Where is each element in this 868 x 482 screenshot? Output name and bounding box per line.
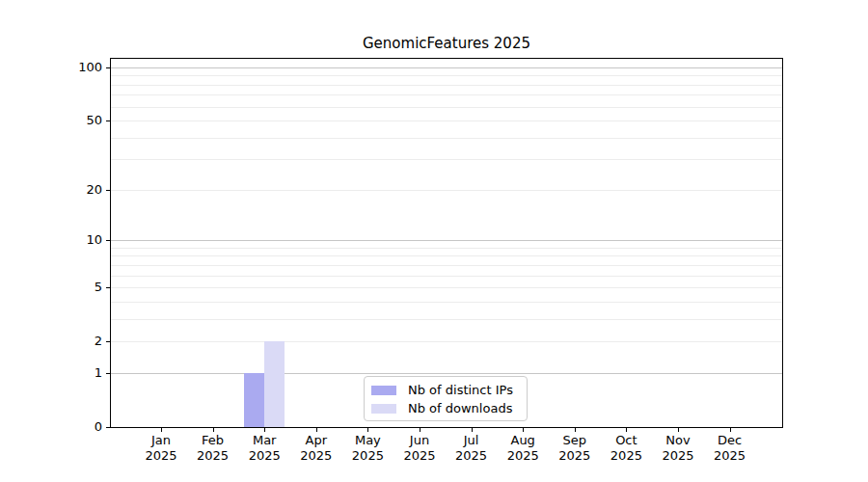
- y-tick-mark: [106, 287, 110, 288]
- legend-row: Nb of distinct IPs: [371, 381, 527, 399]
- y-tick-mark: [106, 373, 110, 374]
- minor-gridline: [111, 190, 782, 191]
- y-tick-mark: [106, 190, 110, 191]
- y-tick-mark: [106, 67, 110, 68]
- minor-gridline: [111, 159, 782, 160]
- y-tick-mark: [106, 240, 110, 241]
- chart-title: GenomicFeatures 2025: [110, 35, 783, 52]
- x-tick-mark: [730, 428, 731, 432]
- x-tick-mark: [472, 428, 473, 432]
- minor-gridline: [111, 107, 782, 108]
- x-tick-mark: [626, 428, 627, 432]
- y-tick-mark: [106, 341, 110, 342]
- y-tick-mark: [106, 427, 110, 428]
- x-tick-mark: [678, 428, 679, 432]
- minor-gridline: [111, 319, 782, 320]
- chart-canvas: GenomicFeatures 2025 0125102050100 Jan20…: [0, 0, 868, 482]
- y-tick-label: 5: [0, 280, 102, 295]
- legend-row: Nb of downloads: [371, 399, 527, 417]
- x-tick-mark: [575, 428, 576, 432]
- minor-gridline: [111, 265, 782, 266]
- x-tick-mark: [264, 428, 265, 432]
- major-gridline: [111, 373, 782, 374]
- bar-nb-of-distinct-ips: [244, 373, 264, 427]
- minor-gridline: [111, 248, 782, 249]
- plot-area: [110, 58, 783, 428]
- legend: Nb of distinct IPs Nb of downloads: [364, 376, 528, 421]
- x-tick-mark: [316, 428, 317, 432]
- minor-gridline: [111, 120, 782, 121]
- minor-gridline: [111, 276, 782, 277]
- y-tick-label: 20: [0, 182, 102, 198]
- x-tick-mark: [523, 428, 524, 432]
- x-tick-mark: [367, 428, 368, 432]
- x-tick-mark: [420, 428, 420, 432]
- y-tick-label: 50: [0, 113, 102, 128]
- minor-gridline: [111, 85, 782, 86]
- minor-gridline: [111, 138, 782, 139]
- y-tick-label: 100: [0, 60, 102, 75]
- y-tick-label: 0: [0, 419, 102, 435]
- x-tick-label: Dec2025: [692, 433, 769, 464]
- legend-swatch-distinct-ips: [371, 386, 396, 395]
- x-tick-label-year: 2025: [692, 448, 769, 464]
- y-tick-label: 2: [0, 334, 102, 349]
- legend-swatch-downloads: [371, 404, 396, 414]
- minor-gridline: [111, 94, 782, 95]
- bar-nb-of-downloads: [264, 341, 285, 427]
- x-tick-mark: [161, 428, 162, 432]
- x-tick-mark: [213, 428, 214, 432]
- minor-gridline: [111, 287, 782, 288]
- y-tick-label: 10: [0, 232, 102, 248]
- major-gridline: [111, 67, 782, 68]
- legend-label-distinct-ips: Nb of distinct IPs: [408, 383, 513, 397]
- minor-gridline: [111, 302, 782, 303]
- legend-label-downloads: Nb of downloads: [408, 401, 512, 415]
- y-tick-label: 1: [0, 365, 102, 381]
- major-gridline: [111, 240, 782, 241]
- y-tick-mark: [106, 120, 110, 121]
- minor-gridline: [111, 255, 782, 256]
- minor-gridline: [111, 75, 782, 76]
- minor-gridline: [111, 341, 782, 342]
